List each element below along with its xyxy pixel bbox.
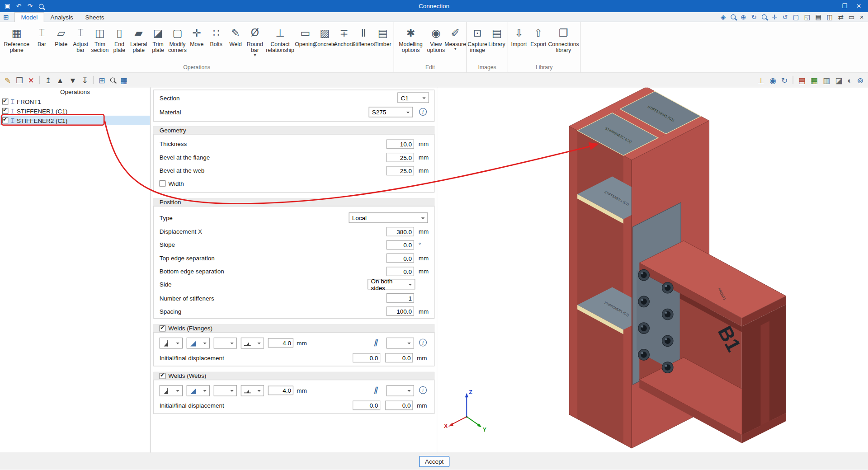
weld-size-input[interactable]: 4.0 xyxy=(268,385,293,395)
weld-type-combo-1[interactable] xyxy=(160,338,183,348)
section-combo[interactable]: C1 xyxy=(397,92,429,103)
ribbon-timber[interactable]: ▤Timber xyxy=(373,24,392,48)
operation-item-stiffener1-c1[interactable]: ⌶STIFFENER1 (C1) xyxy=(0,106,150,116)
operation-checkbox[interactable] xyxy=(2,108,8,114)
pan-icon[interactable]: ✛ xyxy=(772,14,777,20)
orbit-icon[interactable]: ↺ xyxy=(782,14,788,20)
ribbon-connections-library[interactable]: ❐Connections library xyxy=(548,24,579,54)
solid-view-icon[interactable]: ▤ xyxy=(798,76,806,84)
window-layout-icon[interactable]: ◱ xyxy=(804,14,811,20)
weld-continuity-combo[interactable] xyxy=(387,338,414,348)
zoom-extents-icon[interactable] xyxy=(731,14,736,19)
layers-icon[interactable]: ◪ xyxy=(835,76,842,84)
initial-displacement-input[interactable]: 0.0 xyxy=(353,353,380,362)
bevel-at-the-flange-input[interactable]: 25.0 xyxy=(387,153,414,162)
ribbon-trim-section[interactable]: ◫Trim section xyxy=(90,24,110,54)
shading-icon[interactable]: ◐ xyxy=(847,76,852,84)
spacing-input[interactable]: 100.0 xyxy=(387,306,414,316)
weld-type-combo-4[interactable] xyxy=(241,338,264,348)
material-info-icon[interactable] xyxy=(419,108,427,116)
notes-icon[interactable]: ▭ xyxy=(849,14,855,20)
delete-all-icon[interactable]: ▦ xyxy=(120,76,127,84)
ribbon-stiffeners[interactable]: ⅡStiffeners xyxy=(354,24,373,48)
ribbon-trim-plate[interactable]: ◪Trim plate xyxy=(148,24,168,54)
ribbon-concrete[interactable]: ▨Concrete xyxy=(315,24,335,48)
ribbon-weld[interactable]: ✎Weld xyxy=(226,24,245,48)
edit-operation-icon[interactable]: ✎ xyxy=(5,76,11,84)
material-combo[interactable]: S275 xyxy=(369,107,413,117)
search-icon[interactable] xyxy=(39,4,44,9)
orbit-view-icon[interactable]: ↻ xyxy=(781,76,788,84)
weld-continuity-combo[interactable] xyxy=(387,385,414,396)
thickness-input[interactable]: 10.0 xyxy=(387,140,414,149)
welds-flanges-checkbox[interactable] xyxy=(160,325,165,331)
top-edge-separation-input[interactable]: 0.0 xyxy=(387,254,414,263)
select-view-icon[interactable]: ◈ xyxy=(721,14,726,20)
move-top-icon[interactable]: ↥ xyxy=(45,76,51,84)
group-tree-icon[interactable]: ⊞ xyxy=(99,76,105,84)
mesh-view-icon[interactable]: ▦ xyxy=(811,76,818,84)
ribbon-plate[interactable]: ▱Plate xyxy=(52,24,71,48)
delete-operation-icon[interactable]: ✕ xyxy=(28,76,34,84)
move-down-icon[interactable]: ▼ xyxy=(69,76,77,84)
ribbon-measure[interactable]: ✐Measure▾ xyxy=(446,24,465,52)
operation-checkbox[interactable] xyxy=(2,118,8,123)
ribbon-modelling-options[interactable]: ✱Modelling options xyxy=(395,24,426,54)
operation-item-front1[interactable]: ⌶FRONT1 xyxy=(0,97,150,106)
copy-operation-icon[interactable]: ❐ xyxy=(16,76,23,84)
tab-model[interactable]: Model xyxy=(14,12,44,22)
initial-displacement-input[interactable]: 0.0 xyxy=(353,401,380,410)
display-icon[interactable]: ▤ xyxy=(816,14,822,20)
redo-icon[interactable]: ↷ xyxy=(28,3,33,9)
close-panel-icon[interactable]: × xyxy=(860,14,864,20)
ribbon-move[interactable]: ✛Move xyxy=(187,24,207,48)
welds-webs-checkbox[interactable] xyxy=(160,373,165,379)
refresh-view-icon[interactable]: ↻ xyxy=(751,14,757,20)
bevel-at-the-web-input[interactable]: 25.0 xyxy=(387,166,414,175)
connections-icon[interactable]: ⊚ xyxy=(857,76,863,84)
final-displacement-input[interactable]: 0.0 xyxy=(385,353,413,362)
ribbon-opening[interactable]: ▭Opening xyxy=(296,24,315,48)
weld-type-combo-2[interactable] xyxy=(187,338,210,348)
fullscreen-icon[interactable]: ▢ xyxy=(793,14,799,20)
accept-button[interactable]: Accept xyxy=(419,456,449,467)
weld-type-combo-1[interactable] xyxy=(160,385,183,396)
search-tree-icon[interactable] xyxy=(110,77,115,82)
save-icon[interactable]: ▣ xyxy=(5,3,10,9)
ribbon-export[interactable]: ⇧Export xyxy=(528,24,548,48)
weld-type-combo-3[interactable] xyxy=(214,385,237,396)
tab-analysis[interactable]: Analysis xyxy=(44,12,79,22)
number-of-stiffeners-input[interactable]: 1 xyxy=(387,293,414,303)
chart-icon[interactable]: ◫ xyxy=(826,14,833,20)
zoom-window-icon[interactable] xyxy=(762,14,767,19)
ribbon-import[interactable]: ⇩Import xyxy=(509,24,529,48)
ribbon-capture-image[interactable]: ⊡Capture image xyxy=(468,24,487,54)
restore-window-icon[interactable]: ❐ xyxy=(842,3,847,9)
weld-type-combo-4[interactable] xyxy=(241,385,264,396)
weld-type-combo-2[interactable] xyxy=(187,385,210,396)
width-checkbox[interactable] xyxy=(160,180,165,186)
final-displacement-input[interactable]: 0.0 xyxy=(385,401,413,410)
zoom-in-icon[interactable]: ⊕ xyxy=(741,14,746,20)
move-up-icon[interactable]: ▲ xyxy=(57,76,64,84)
sync-icon[interactable]: ⇄ xyxy=(838,14,843,20)
visibility-icon[interactable]: ◉ xyxy=(769,76,776,84)
ribbon-contact-relationship[interactable]: ⊥Contact relationship xyxy=(264,24,296,54)
ribbon-end-plate[interactable]: ▯End plate xyxy=(109,24,129,54)
operation-item-stiffener2-c1[interactable]: ⌶STIFFENER2 (C1) xyxy=(0,116,150,125)
ribbon-anchors[interactable]: ∓Anchors xyxy=(335,24,354,48)
weld-type-combo-3[interactable] xyxy=(214,338,237,348)
sheet-view-icon[interactable]: ▥ xyxy=(823,76,830,84)
type-combo[interactable]: Local xyxy=(349,212,428,223)
ribbon-modify-corners[interactable]: ▢Modify corners xyxy=(168,24,187,54)
weld-info-icon[interactable] xyxy=(419,338,427,346)
operation-checkbox[interactable] xyxy=(2,99,8,104)
close-window-icon[interactable]: ✕ xyxy=(856,3,861,9)
bottom-edge-separation-input[interactable]: 0.0 xyxy=(387,267,414,276)
weld-info-icon[interactable] xyxy=(419,386,427,394)
3d-scene[interactable]: STIFFENER1 (C1) STIFFENER1 (C1) STIFFENE… xyxy=(437,87,868,452)
move-bottom-icon[interactable]: ↧ xyxy=(82,76,88,84)
tab-sheets[interactable]: Sheets xyxy=(79,12,110,22)
ribbon-lateral-plate[interactable]: ▰Lateral plate xyxy=(129,24,148,54)
slope-input[interactable]: 0.0 xyxy=(387,240,414,249)
